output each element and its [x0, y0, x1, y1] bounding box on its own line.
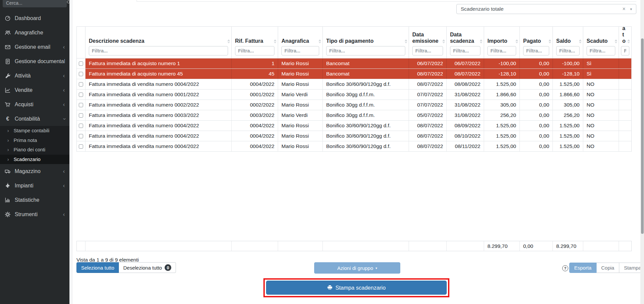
table-body: Fattura immediata di acquisto numero 1 1…: [76, 58, 632, 152]
euro-icon: €: [5, 116, 11, 122]
help-icon[interactable]: ?: [562, 265, 568, 271]
table-row[interactable]: Fattura immediata di acquisto numero 45 …: [77, 69, 631, 79]
sidebar-item-impianti[interactable]: Impianti ‹: [0, 178, 69, 193]
sort-icon[interactable]: [442, 39, 445, 43]
header-scaduto[interactable]: Scaduto: [583, 27, 619, 58]
table-row[interactable]: Fattura immediata di vendita numero 0004…: [77, 121, 631, 131]
caret-down-icon: ▾: [376, 266, 377, 270]
select-caret-icon[interactable]: ▾: [630, 7, 636, 11]
sidebar-item-prima-nota[interactable]: › Prima nota: [0, 136, 69, 145]
filter-rif-fattura-input[interactable]: [235, 46, 274, 55]
users-icon: [5, 30, 11, 36]
filter-scaduto-input[interactable]: [587, 46, 615, 55]
sidebar-item-gestione-email[interactable]: Gestione email ‹: [0, 40, 69, 54]
table-totals-row: 8.299,70 0,00 8.299,70: [76, 241, 632, 251]
filter-data-scadenza-input[interactable]: [450, 46, 480, 55]
row-checkbox[interactable]: [79, 124, 83, 128]
gear-icon: [5, 211, 11, 217]
row-checkbox[interactable]: [79, 103, 83, 107]
search-input[interactable]: [6, 0, 66, 6]
row-checkbox[interactable]: [79, 61, 83, 66]
sort-icon[interactable]: [627, 39, 630, 43]
sidebar-search[interactable]: [3, 0, 67, 7]
header-descrizione-scadenza[interactable]: Descrizione scadenza: [85, 27, 232, 58]
filter-importo-input[interactable]: [487, 46, 516, 55]
sidebar-item-gestione-documentale[interactable]: Gestione documentale: [0, 54, 69, 68]
sort-icon[interactable]: [405, 39, 407, 43]
table-row[interactable]: Fattura immediata di vendita numero 0004…: [77, 131, 631, 141]
printer-icon: [327, 285, 333, 290]
scadenzario-view-select[interactable]: Scadenzario totale × ▾: [456, 4, 636, 14]
header-importo[interactable]: Importo: [484, 27, 520, 58]
chevron-right-icon: ›: [7, 138, 9, 143]
select-all-button[interactable]: Seleziona tutto: [76, 262, 119, 273]
chevron-right-icon: ›: [7, 128, 9, 133]
table-row[interactable]: Fattura immediata di vendita numero 0003…: [77, 110, 631, 121]
top-divider: [137, 1, 636, 2]
chevron-left-icon: ‹: [63, 169, 65, 174]
sidebar-item-statistiche[interactable]: Statistiche: [0, 193, 69, 207]
header-data-emissione[interactable]: Data emissione: [409, 27, 447, 58]
filter-saldo-input[interactable]: [556, 46, 580, 55]
sidebar-nav: Dashboard Anagrafiche Gestione email ‹ G…: [0, 11, 69, 221]
header-pagato[interactable]: Pagato: [520, 27, 553, 58]
group-actions-button[interactable]: Azioni di gruppo ▾: [314, 262, 400, 274]
chevron-right-icon: ›: [7, 147, 9, 152]
sidebar-item-anagrafiche[interactable]: Anagrafiche: [0, 25, 69, 40]
dashboard-icon: [5, 15, 11, 21]
clear-selection-icon[interactable]: ×: [618, 6, 630, 12]
filter-inviato-input[interactable]: [621, 46, 629, 55]
chevron-left-icon: ‹: [63, 183, 65, 188]
vertical-scrollbar-thumb[interactable]: [641, 38, 644, 234]
sidebar-item-vendite[interactable]: Vendite ‹: [0, 83, 69, 97]
header-data-scadenza[interactable]: Data scadenza: [447, 27, 484, 58]
cart-icon: [5, 102, 11, 108]
table-row[interactable]: Fattura immediata di vendita numero 0004…: [77, 141, 631, 152]
deselect-all-button[interactable]: Deseleziona tutto 0: [119, 262, 176, 273]
filter-data-emissione-input[interactable]: [412, 46, 443, 55]
sidebar-item-piano-dei-conti[interactable]: › Piano dei conti: [0, 145, 69, 155]
filter-descrizione-input[interactable]: [89, 46, 228, 55]
print-schedule-button[interactable]: Stampa scadenzario: [266, 281, 447, 295]
sort-icon[interactable]: [480, 39, 482, 43]
filter-anagrafica-input[interactable]: [281, 46, 319, 55]
chart-line-icon: [5, 87, 11, 93]
sidebar-item-attivita[interactable]: Attività ‹: [0, 68, 69, 83]
header-tipo-pagamento[interactable]: Tipo di pagamento: [323, 27, 409, 58]
table-row[interactable]: Fattura immediata di vendita numero 0002…: [77, 100, 631, 110]
copy-button[interactable]: Copia: [597, 263, 619, 273]
header-saldo[interactable]: Saldo: [553, 27, 583, 58]
sidebar-item-scadenzario[interactable]: › Scadenzario: [0, 155, 69, 164]
row-checkbox[interactable]: [79, 93, 83, 97]
sort-icon[interactable]: [227, 39, 230, 43]
header-anagrafica[interactable]: Anagrafica: [278, 27, 323, 58]
sort-icon[interactable]: [515, 39, 518, 43]
table-row[interactable]: Fattura immediata di vendita numero 0001…: [77, 90, 631, 100]
row-checkbox[interactable]: [79, 113, 83, 118]
header-rif-fattura[interactable]: Rif. Fattura: [232, 27, 278, 58]
sidebar-item-stampe-contabili[interactable]: › Stampe contabili: [0, 126, 69, 136]
table-row[interactable]: Fattura immediata di acquisto numero 1 1…: [77, 58, 631, 69]
sort-icon[interactable]: [615, 39, 617, 43]
row-checkbox[interactable]: [79, 72, 83, 76]
document-icon: [5, 58, 11, 64]
sort-icon[interactable]: [274, 39, 276, 43]
sort-icon[interactable]: [318, 39, 321, 43]
sort-icon[interactable]: [549, 39, 551, 43]
sidebar-item-magazzino[interactable]: Magazzino ‹: [0, 164, 69, 178]
sidebar-item-contabilita[interactable]: € Contabilità ‹: [0, 112, 69, 126]
row-checkbox[interactable]: [79, 82, 83, 87]
sidebar-item-dashboard[interactable]: Dashboard: [0, 11, 69, 25]
sidebar-item-strumenti[interactable]: Strumenti ‹: [0, 207, 69, 221]
selection-button-group: Seleziona tutto Deseleziona tutto 0: [76, 262, 176, 273]
header-inviato[interactable]: Inviato: [619, 27, 631, 58]
row-checkbox[interactable]: [79, 134, 83, 138]
sort-icon[interactable]: [579, 39, 582, 43]
sidebar-item-acquisti[interactable]: Acquisti ‹: [0, 97, 69, 112]
table-row[interactable]: Fattura immediata di vendita numero 0004…: [77, 79, 631, 90]
filter-pagato-input[interactable]: [523, 46, 549, 55]
filter-tipo-pagamento-input[interactable]: [326, 46, 405, 55]
truck-icon: [5, 168, 11, 174]
export-button[interactable]: Esporta: [569, 263, 597, 273]
row-checkbox[interactable]: [79, 144, 83, 149]
